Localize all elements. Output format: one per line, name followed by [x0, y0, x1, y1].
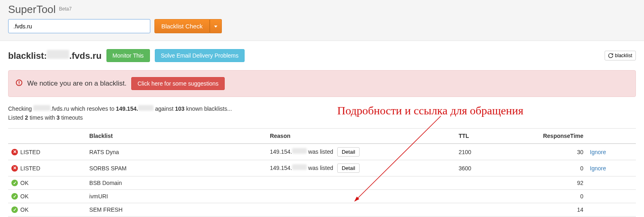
detail-button[interactable]: Detail — [337, 147, 360, 157]
blacklist-table: Blacklist Reason TTL ResponseTime LISTED… — [8, 128, 636, 217]
th-blacklist: Blacklist — [86, 129, 267, 144]
status-cell: OK — [11, 180, 83, 186]
th-responsetime: ResponseTime — [497, 129, 587, 144]
checking-suffix: known blacklists... — [184, 105, 232, 112]
blacklist-name: RATS Dyna — [86, 144, 267, 160]
status-text: LISTED — [20, 149, 40, 155]
lookup-form: Blacklist Check — [8, 19, 636, 33]
blacklist-name: ivmURI — [86, 190, 267, 203]
table-row: LISTEDRATS Dyna149.154. was listed Detai… — [8, 144, 636, 160]
status-cell: OK — [11, 193, 83, 200]
table-row: OKBSB Domain92 — [8, 176, 636, 190]
svg-rect-2 — [19, 84, 20, 84]
table-row: LISTEDSORBS SPAM149.154. was listed Deta… — [8, 160, 636, 176]
alert-icon — [16, 79, 22, 88]
checking-host-suffix: .fvds.ru — [50, 105, 69, 112]
listed-icon — [11, 149, 18, 155]
th-status — [8, 129, 86, 144]
app-title: SuperTool — [8, 3, 56, 16]
status-text: OK — [20, 206, 28, 213]
domain-input[interactable] — [8, 19, 150, 33]
action-cell: Ignore — [587, 160, 636, 176]
result-heading-suffix: .fvds.ru — [69, 51, 101, 61]
responsetime-cell: 0 — [497, 190, 587, 203]
ttl-cell — [455, 190, 497, 203]
th-action — [587, 129, 636, 144]
caret-down-icon — [214, 26, 217, 28]
ok-icon — [11, 180, 18, 186]
th-reason: Reason — [267, 129, 455, 144]
action-cell: Ignore — [587, 144, 636, 160]
svg-rect-1 — [19, 81, 20, 83]
checking-mid2: against — [154, 105, 175, 112]
reason-suffix: was listed — [307, 165, 333, 171]
listed-times: 2 — [25, 114, 28, 121]
status-cell: LISTED — [11, 149, 83, 155]
blacklist-check-dropdown[interactable] — [210, 19, 222, 33]
status-text: OK — [20, 193, 28, 200]
table-row: OKivmURI0 — [8, 190, 636, 203]
status-cell: LISTED — [11, 165, 83, 172]
main-content: blacklist:.fvds.ru Monitor This Solve Em… — [0, 41, 644, 217]
result-heading-row: blacklist:.fvds.ru Monitor This Solve Em… — [8, 49, 636, 62]
responsetime-cell: 30 — [497, 144, 587, 160]
result-heading: blacklist:.fvds.ru — [8, 50, 102, 61]
reason-ip-prefix: 149.154. — [270, 165, 292, 171]
action-cell — [587, 176, 636, 190]
result-heading-prefix: blacklist: — [8, 51, 47, 61]
reason-cell: 149.154. was listed Detail — [267, 144, 455, 160]
ok-icon — [11, 206, 18, 213]
status-text: OK — [20, 180, 28, 186]
ok-icon — [11, 193, 18, 200]
ttl-cell — [455, 176, 497, 190]
checking-count: 103 — [175, 105, 184, 112]
ttl-cell: 2100 — [455, 144, 497, 160]
reason-cell — [267, 203, 455, 217]
redacted-host — [47, 50, 69, 59]
checking-line: Checking .fvds.ru which resolves to 149.… — [8, 105, 636, 112]
table-row: OKSEM FRESH14 — [8, 203, 636, 217]
status-text: LISTED — [20, 165, 40, 172]
listed-prefix: Listed — [8, 114, 25, 121]
status-cell: OK — [11, 206, 83, 213]
monitor-this-button[interactable]: Monitor This — [106, 49, 150, 62]
listed-line: Listed 2 times with 3 timeouts — [8, 114, 636, 121]
title-row: SuperTool Beta7 — [8, 3, 636, 16]
action-cell — [587, 190, 636, 203]
refresh-icon — [608, 53, 613, 58]
checking-prefix: Checking — [8, 105, 33, 112]
suggestions-button[interactable]: Click here for some suggestions — [131, 77, 224, 90]
beta-badge: Beta7 — [59, 6, 72, 12]
detail-button[interactable]: Detail — [337, 163, 360, 173]
refresh-button[interactable]: blacklist — [605, 51, 636, 60]
ignore-link[interactable]: Ignore — [590, 165, 606, 172]
lookup-button-group: Blacklist Check — [154, 19, 222, 33]
table-header-row: Blacklist Reason TTL ResponseTime — [8, 129, 636, 144]
listed-icon — [11, 165, 18, 172]
blacklist-name: SEM FRESH — [86, 203, 267, 217]
responsetime-cell: 92 — [497, 176, 587, 190]
ignore-link[interactable]: Ignore — [590, 149, 606, 155]
reason-ip-prefix: 149.154. — [270, 148, 292, 155]
reason-cell: 149.154. was listed Detail — [267, 160, 455, 176]
checking-mid1: which resolves to — [69, 105, 116, 112]
blacklist-check-button[interactable]: Blacklist Check — [154, 19, 210, 33]
checking-ip-prefix: 149.154. — [116, 105, 138, 112]
blacklist-name: BSB Domain — [86, 176, 267, 190]
blacklist-name: SORBS SPAM — [86, 160, 267, 176]
redacted-ip — [138, 105, 154, 111]
responsetime-cell: 14 — [497, 203, 587, 217]
action-cell — [587, 203, 636, 217]
solve-problems-button[interactable]: Solve Email Delivery Problems — [155, 49, 245, 62]
redacted-ip-cell — [292, 148, 307, 154]
reason-cell — [267, 176, 455, 190]
refresh-label: blacklist — [615, 53, 632, 58]
top-bar: SuperTool Beta7 Blacklist Check — [0, 0, 644, 41]
th-ttl: TTL — [455, 129, 497, 144]
listed-mid: times with — [28, 114, 56, 121]
redacted-host2 — [33, 105, 50, 111]
redacted-ip-cell — [292, 164, 307, 170]
blacklist-alert: We notice you are on a blacklist. Click … — [8, 70, 636, 97]
ttl-cell — [455, 203, 497, 217]
responsetime-cell: 0 — [497, 160, 587, 176]
